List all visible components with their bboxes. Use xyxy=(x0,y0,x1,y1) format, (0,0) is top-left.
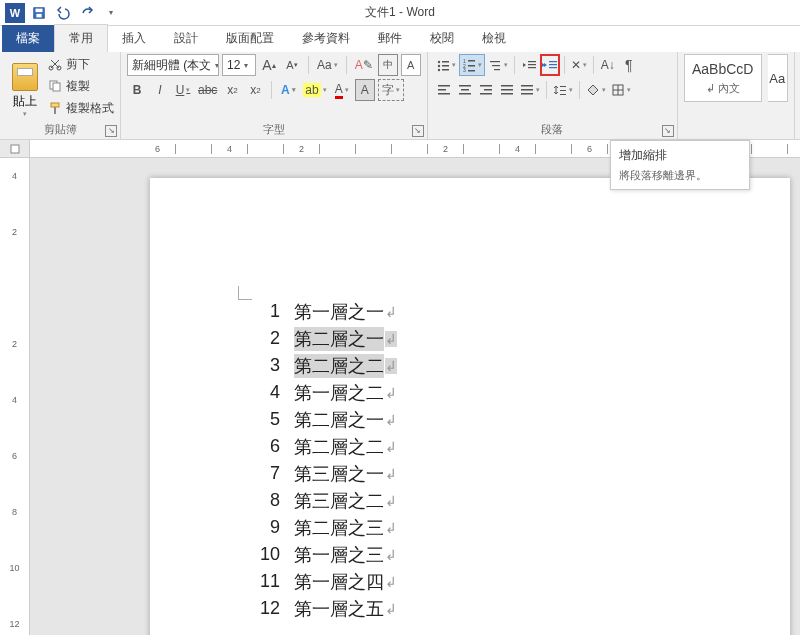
underline-button[interactable]: U xyxy=(173,79,193,101)
tab-file[interactable]: 檔案 xyxy=(2,25,54,52)
borders-button[interactable] xyxy=(609,79,633,101)
tab-review[interactable]: 校閱 xyxy=(416,25,468,52)
italic-button[interactable]: I xyxy=(150,79,170,101)
list-number: 7 xyxy=(250,463,280,484)
paragraph-dialog-launcher[interactable]: ↘ xyxy=(662,125,674,137)
style-normal[interactable]: AaBbCcD ↲ 內文 xyxy=(684,54,762,102)
clipboard-group-label: 剪貼簿 xyxy=(6,122,114,139)
list-item[interactable]: 12第一層之五↲ xyxy=(250,595,720,622)
list-item[interactable]: 2第二層之一↲ xyxy=(250,325,720,352)
list-item[interactable]: 6第二層之二↲ xyxy=(250,433,720,460)
cut-button[interactable]: 剪下 xyxy=(48,54,114,74)
shading-button[interactable] xyxy=(584,79,608,101)
svg-rect-27 xyxy=(549,61,557,62)
text-effects-button[interactable]: A xyxy=(278,79,298,101)
list-text: 第一層之三 xyxy=(294,543,384,567)
font-size-combo[interactable]: 12▾ xyxy=(222,54,256,76)
styles-group-label xyxy=(684,125,788,139)
svg-rect-46 xyxy=(560,90,566,91)
tab-view[interactable]: 檢視 xyxy=(468,25,520,52)
svg-rect-37 xyxy=(484,89,492,91)
list-number: 1 xyxy=(250,301,280,322)
clear-formatting-button[interactable]: A✎ xyxy=(353,54,375,76)
svg-rect-23 xyxy=(494,69,500,70)
subscript-button[interactable]: x2 xyxy=(222,79,242,101)
qat-customize[interactable]: ▾ xyxy=(100,2,122,24)
show-marks-button[interactable]: ¶ xyxy=(619,54,639,76)
paragraph-mark-icon: ↲ xyxy=(385,466,397,482)
list-item[interactable]: 5第二層之一↲ xyxy=(250,406,720,433)
list-item[interactable]: 4第一層之二↲ xyxy=(250,379,720,406)
bullets-button[interactable] xyxy=(434,54,458,76)
align-center-button[interactable] xyxy=(455,79,475,101)
distributed-button[interactable] xyxy=(518,79,542,101)
word-app-icon: W xyxy=(4,2,26,24)
tab-insert[interactable]: 插入 xyxy=(108,25,160,52)
svg-text:3: 3 xyxy=(463,67,466,72)
svg-rect-33 xyxy=(459,85,471,87)
strikethrough-button[interactable]: abc xyxy=(196,79,219,101)
grow-font-button[interactable]: A▴ xyxy=(259,54,279,76)
svg-rect-29 xyxy=(549,67,557,68)
align-left-button[interactable] xyxy=(434,79,454,101)
sort-button[interactable]: A↓ xyxy=(598,54,618,76)
list-number: 5 xyxy=(250,409,280,430)
line-spacing-button[interactable] xyxy=(551,79,575,101)
group-font: 新細明體 (本文▾ 12▾ A▴ A▾ Aa A✎ 中 A B I U abc … xyxy=(121,52,428,139)
clipboard-dialog-launcher[interactable]: ↘ xyxy=(105,125,117,137)
group-styles: AaBbCcD ↲ 內文 Aa xyxy=(678,52,795,139)
align-right-button[interactable] xyxy=(476,79,496,101)
undo-button[interactable] xyxy=(52,2,74,24)
format-painter-button[interactable]: 複製格式 xyxy=(48,98,114,118)
paragraph-mark-icon: ↲ xyxy=(385,520,397,536)
justify-button[interactable] xyxy=(497,79,517,101)
char-border-button[interactable]: 字 xyxy=(378,79,404,101)
multilevel-list-button[interactable] xyxy=(486,54,510,76)
list-item[interactable]: 3第二層之二↲ xyxy=(250,352,720,379)
font-name-combo[interactable]: 新細明體 (本文▾ xyxy=(127,54,219,76)
phonetic-guide-button[interactable]: 中 xyxy=(378,54,398,76)
list-item[interactable]: 8第三層之二↲ xyxy=(250,487,720,514)
highlight-button[interactable]: ab xyxy=(301,79,328,101)
copy-button[interactable]: 複製 xyxy=(48,76,114,96)
list-item[interactable]: 1第一層之一↲ xyxy=(250,298,720,325)
paragraph-mark-icon: ↲ xyxy=(385,358,397,374)
redo-button[interactable] xyxy=(76,2,98,24)
svg-rect-34 xyxy=(461,89,469,91)
char-shading-button[interactable]: A xyxy=(355,79,375,101)
list-item[interactable]: 9第二層之三↲ xyxy=(250,514,720,541)
asian-layout-button[interactable]: ✕ xyxy=(569,54,589,76)
paste-button[interactable]: 貼上 ▾ xyxy=(6,54,44,122)
font-dialog-launcher[interactable]: ↘ xyxy=(412,125,424,137)
list-number: 11 xyxy=(250,571,280,592)
style-next[interactable]: Aa xyxy=(768,54,788,102)
font-color-button[interactable]: A xyxy=(332,79,352,101)
numbering-button[interactable]: 123 xyxy=(459,54,485,76)
bold-button[interactable]: B xyxy=(127,79,147,101)
page[interactable]: 1第一層之一↲2第二層之一↲3第二層之二↲4第一層之二↲5第二層之一↲6第二層之… xyxy=(150,178,790,635)
page-margin-mark xyxy=(238,286,252,300)
list-item[interactable]: 7第三層之一↲ xyxy=(250,460,720,487)
shrink-font-button[interactable]: A▾ xyxy=(282,54,302,76)
list-item[interactable]: 11第一層之四↲ xyxy=(250,568,720,595)
tab-layout[interactable]: 版面配置 xyxy=(212,25,288,52)
title-bar: W ▾ 文件1 - Word xyxy=(0,0,800,26)
enclose-chars-button[interactable]: A xyxy=(401,54,421,76)
change-case-button[interactable]: Aa xyxy=(315,54,340,76)
svg-rect-7 xyxy=(51,103,59,107)
vertical-ruler[interactable]: 4224681012 xyxy=(0,158,30,635)
tab-mail[interactable]: 郵件 xyxy=(364,25,416,52)
tab-design[interactable]: 設計 xyxy=(160,25,212,52)
svg-rect-22 xyxy=(492,65,500,66)
tab-references[interactable]: 參考資料 xyxy=(288,25,364,52)
tab-home[interactable]: 常用 xyxy=(54,24,108,52)
document-area[interactable]: 1第一層之一↲2第二層之一↲3第二層之二↲4第一層之二↲5第二層之一↲6第二層之… xyxy=(30,158,800,635)
superscript-button[interactable]: x2 xyxy=(245,79,265,101)
increase-indent-button[interactable] xyxy=(540,54,560,76)
ribbon: 貼上 ▾ 剪下 複製 複製格式 剪貼簿 ↘ xyxy=(0,52,800,140)
decrease-indent-button[interactable] xyxy=(519,54,539,76)
list-text: 第一層之一 xyxy=(294,300,384,324)
save-button[interactable] xyxy=(28,2,50,24)
list-item[interactable]: 10第一層之三↲ xyxy=(250,541,720,568)
list-number: 12 xyxy=(250,598,280,619)
